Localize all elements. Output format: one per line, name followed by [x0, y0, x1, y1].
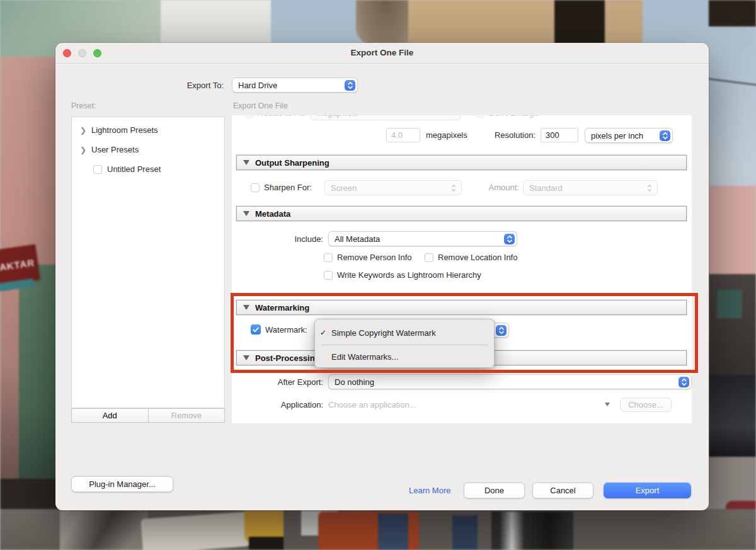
- section-header-watermarking[interactable]: Watermarking: [236, 300, 687, 315]
- menu-item-edit-watermarks[interactable]: Edit Watermarks...: [315, 349, 494, 364]
- watermark-checkbox[interactable]: [251, 324, 261, 335]
- screen: AKTAR Export One File Export To: Hard Dr…: [0, 0, 756, 550]
- bicycle: [491, 512, 573, 550]
- include-label: Include:: [257, 234, 323, 244]
- disclosure-triangle-icon[interactable]: [243, 211, 249, 216]
- sidebar-item-label: User Presets: [91, 145, 139, 154]
- dont-enlarge-label: Don't Enlarge: [489, 115, 538, 118]
- remove-person-info-checkbox[interactable]: [324, 253, 333, 262]
- section-title: Output Sharpening: [255, 158, 329, 168]
- choose-button: Choose...: [620, 398, 672, 412]
- include-select[interactable]: All Metadata: [328, 231, 517, 246]
- disclosure-triangle-icon[interactable]: [243, 305, 249, 310]
- after-export-label: After Export:: [257, 377, 323, 387]
- section-title: Metadata: [255, 209, 290, 219]
- include-value: All Metadata: [335, 234, 380, 244]
- write-keywords-checkbox[interactable]: [324, 271, 333, 280]
- menu-item-simple-copyright-watermark[interactable]: ✓ Simple Copyright Watermark: [315, 325, 494, 340]
- section-header-metadata[interactable]: Metadata: [236, 206, 687, 221]
- domed-roof: [356, 0, 416, 47]
- dark-corner: [709, 0, 756, 26]
- application-placeholder: Choose an application...: [328, 400, 416, 410]
- section-title: Watermarking: [255, 303, 309, 312]
- stepper-icon: [345, 80, 355, 91]
- sharpen-for-label: Sharpen For:: [264, 183, 312, 192]
- plugin-manager-button[interactable]: Plug-in Manager...: [71, 476, 173, 492]
- green-door: [19, 265, 58, 498]
- resolution-value: 300: [546, 130, 559, 140]
- sidebar-item-label: Lightroom Presets: [91, 125, 158, 135]
- done-button[interactable]: Done: [464, 483, 525, 498]
- export-settings-panel: Resize to Fit: Megapixels Don't Enlarge …: [232, 115, 692, 423]
- amount-label: Amount:: [440, 183, 519, 192]
- learn-more-link[interactable]: Learn More: [409, 486, 450, 495]
- remove-preset-button: Remove: [149, 408, 226, 423]
- mattress: [140, 512, 249, 550]
- sharpen-for-value: Screen: [331, 183, 357, 193]
- amount-select: Standard: [523, 180, 658, 195]
- menu-separator: [321, 345, 488, 345]
- application-label: Application:: [257, 400, 323, 410]
- sharpen-for-row: Sharpen For:: [251, 183, 312, 192]
- checkbox-label: Write Keywords as Lightroom Hierarchy: [337, 270, 481, 280]
- dont-enlarge-checkbox: [476, 115, 484, 117]
- export-dialog: Export One File Export To: Hard Drive Pr…: [55, 43, 709, 510]
- stepper-icon: [679, 377, 689, 387]
- resolution-input[interactable]: 300: [541, 128, 578, 142]
- export-to-label: Export To:: [112, 81, 224, 90]
- preset-actions: Add Remove: [71, 408, 225, 423]
- export-button[interactable]: Export: [604, 483, 691, 498]
- remove-location-info-checkbox[interactable]: [425, 253, 433, 262]
- after-export-select[interactable]: Do nothing: [328, 374, 692, 389]
- street-sign-text: AKTAR: [0, 257, 35, 273]
- sharpen-for-checkbox[interactable]: [251, 183, 260, 192]
- sidebar-item-untitled-preset[interactable]: Untitled Preset: [93, 164, 161, 174]
- remove-location-info-row: Remove Location Info: [425, 253, 517, 262]
- street-sign: AKTAR: [0, 244, 40, 285]
- export-to-select[interactable]: Hard Drive: [232, 77, 358, 93]
- content-heading: Export One File: [233, 101, 288, 110]
- menu-item-label: Simple Copyright Watermark: [331, 328, 436, 338]
- amount-value: Standard: [529, 183, 563, 193]
- parked-cars: [709, 375, 756, 460]
- megapixels-input: 4.0: [386, 128, 420, 142]
- window-title: Export One File: [55, 48, 709, 57]
- dropdown-arrow-icon: [605, 403, 610, 406]
- sidebar-item-lightroom-presets[interactable]: ❯ Lightroom Presets: [80, 125, 158, 135]
- preset-label: Preset:: [71, 101, 96, 110]
- resolution-unit-value: pixels per inch: [591, 131, 643, 140]
- disclosure-triangle-icon[interactable]: [243, 160, 249, 165]
- person-legs-2: [452, 515, 478, 550]
- sidebar-item-user-presets[interactable]: ❯︎ User Presets: [80, 145, 139, 154]
- teal-window: [717, 290, 742, 318]
- resolution-unit-select[interactable]: pixels per inch: [585, 128, 673, 143]
- write-keywords-row: Write Keywords as Lightroom Hierarchy: [324, 270, 481, 280]
- cancel-button[interactable]: Cancel: [532, 483, 593, 498]
- resolution-label: Resolution:: [446, 130, 536, 140]
- watermark-label: Watermark:: [265, 325, 307, 335]
- stepper-icon: [504, 234, 515, 244]
- title-bar[interactable]: Export One File: [55, 43, 709, 64]
- checkbox-label: Remove Location Info: [438, 253, 517, 262]
- chevrons-icon: [647, 183, 652, 193]
- stepper-icon: [660, 130, 670, 141]
- checkmark-icon: ✓: [315, 328, 331, 337]
- section-header-output-sharpening[interactable]: Output Sharpening: [236, 155, 687, 170]
- disclosure-triangle-icon[interactable]: [243, 355, 249, 360]
- resize-checkbox[interactable]: [244, 115, 253, 117]
- resize-label: Resize to Fit:: [258, 115, 306, 118]
- preset-checkbox[interactable]: [93, 165, 102, 174]
- person-legs: [378, 513, 408, 550]
- resize-to-fit-row-clipped: Resize to Fit: Megapixels Don't Enlarge: [232, 115, 692, 121]
- watermark-menu: ✓ Simple Copyright Watermark Edit Waterm…: [314, 319, 495, 368]
- sidebar-item-label: Untitled Preset: [107, 164, 161, 174]
- pink-building-right: [709, 186, 756, 280]
- add-preset-button[interactable]: Add: [71, 408, 149, 423]
- menu-item-label: Edit Watermarks...: [331, 352, 398, 362]
- gutter-steps: [60, 510, 148, 550]
- checkbox-label: Remove Person Info: [337, 253, 412, 262]
- stepper-icon: [496, 325, 507, 336]
- dark-skirt: [249, 537, 284, 550]
- chevron-right-icon[interactable]: ❯: [80, 126, 86, 135]
- chevron-down-icon[interactable]: ❯︎: [80, 146, 86, 154]
